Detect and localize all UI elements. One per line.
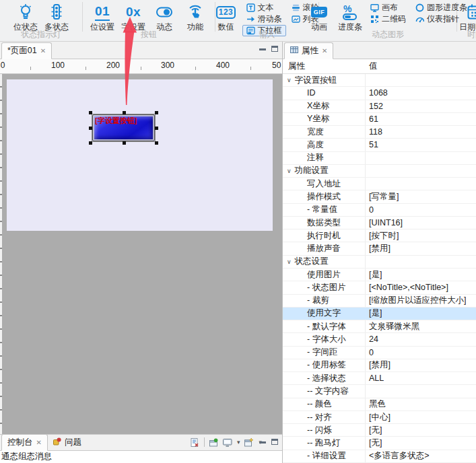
property-row[interactable]: -- 文字内容 xyxy=(283,385,476,398)
maximize-icon[interactable] xyxy=(271,439,278,445)
word-set-button-widget[interactable]: [字设置按钮] xyxy=(92,114,155,141)
resize-handle[interactable] xyxy=(89,127,92,130)
ruler-label: 200 xyxy=(106,61,120,70)
display-selected-console-icon[interactable] xyxy=(223,438,232,447)
ruler-tick xyxy=(86,67,86,70)
property-value: ALL xyxy=(365,373,384,383)
ruler-label: 100 xyxy=(51,61,65,70)
property-row[interactable]: 高度51 xyxy=(283,139,476,151)
column-header-value: 值 xyxy=(365,61,378,72)
tab-properties[interactable]: 属性 ✕ xyxy=(284,42,333,59)
property-row[interactable]: - 字体大小24 xyxy=(283,333,476,346)
property-row[interactable]: -- 颜色黑色 xyxy=(283,398,476,411)
property-row[interactable]: 使用图片[是] xyxy=(283,269,476,281)
toolbar-touch-button[interactable]: 功能 xyxy=(180,1,210,32)
console-toolbar: ▾ ▾ xyxy=(191,437,262,447)
pin-console-icon[interactable] xyxy=(209,438,218,447)
property-row[interactable]: 执行时机[按下时] xyxy=(283,229,476,242)
property-row[interactable]: ID1068 xyxy=(283,87,476,100)
clear-console-icon[interactable] xyxy=(191,438,199,447)
resize-handle[interactable] xyxy=(89,141,92,145)
close-icon[interactable]: ✕ xyxy=(322,48,327,55)
maximize-icon[interactable] xyxy=(271,46,278,52)
property-name: 写入地址 xyxy=(283,178,365,190)
toolbar-numeric-123-button[interactable]: 123数值 xyxy=(211,1,241,32)
resize-handle[interactable] xyxy=(155,111,158,114)
toolbar-qrcode-button[interactable]: 二维码 xyxy=(366,13,410,25)
toolbar-calendar-button[interactable]: 日期时间 xyxy=(457,1,476,32)
close-icon[interactable]: ✕ xyxy=(36,439,42,446)
ribbon-group-label: 输入 xyxy=(215,29,318,40)
svg-text:%: % xyxy=(343,3,352,14)
property-row[interactable]: 操作模式[写常量] xyxy=(283,190,476,203)
canvas-icon xyxy=(370,3,379,12)
toolbar-hex-0x-button[interactable]: 0x字设置 xyxy=(118,1,148,32)
toolbar-slider-button[interactable]: 滑动条 xyxy=(242,13,286,25)
property-name: -- 跑马灯 xyxy=(283,437,365,449)
property-name: 高度 xyxy=(283,139,365,151)
resize-handle[interactable] xyxy=(123,141,126,145)
minimize-icon[interactable] xyxy=(259,47,266,50)
property-row[interactable]: 使用文字[是] xyxy=(283,308,476,320)
property-row[interactable]: - 详细设置<多语言多状态> xyxy=(283,450,476,463)
resize-handle[interactable] xyxy=(89,111,92,114)
close-icon[interactable]: ✕ xyxy=(40,48,46,55)
gauge-icon xyxy=(415,15,424,24)
property-row[interactable]: - 选择状态ALL xyxy=(283,372,476,385)
binary-01-icon: 01 xyxy=(95,2,110,22)
minimize-icon[interactable] xyxy=(259,440,266,443)
ribbon-group: 01位设置0x字设置动态功能按钮 xyxy=(83,0,215,41)
property-row[interactable]: ∨状态设置 xyxy=(283,256,476,269)
property-row[interactable]: ∨字设置按钮 xyxy=(283,74,476,87)
resize-handle[interactable] xyxy=(123,111,126,114)
property-name: ID xyxy=(283,88,365,98)
property-row[interactable]: - 状态图片[<NoTitle>,<NoTitle>] xyxy=(283,281,476,294)
properties-tabbar: 属性 ✕ xyxy=(283,42,476,59)
toolbar-canvas-button[interactable]: 画布 xyxy=(366,2,410,13)
property-row[interactable]: -- 跑马灯[无] xyxy=(283,437,476,450)
toolbar-percent-button[interactable]: %进度条 xyxy=(335,1,365,32)
toolbar-button-label: 仪表指针 xyxy=(427,13,459,25)
property-row[interactable]: X坐标152 xyxy=(283,100,476,113)
property-value: 0 xyxy=(365,205,374,215)
property-name: -- 颜色 xyxy=(283,398,365,410)
hex-0x-icon: 0x xyxy=(126,2,141,22)
ruler-label: 0 xyxy=(1,61,5,70)
toolbar-binary-01-button[interactable]: 01位设置 xyxy=(88,1,117,32)
property-value: 0 xyxy=(365,348,374,357)
toolbar-gif-button[interactable]: GIF动画 xyxy=(304,1,334,32)
chevron-down-icon[interactable]: ▾ xyxy=(237,439,240,446)
property-row[interactable]: - 默认字体文泉驿微米黑 xyxy=(283,320,476,333)
property-row[interactable]: 数据类型[UINT16] xyxy=(283,217,476,229)
tab-console[interactable]: 控制台 ✕ xyxy=(1,434,48,451)
property-row[interactable]: 播放声音[禁用] xyxy=(283,242,476,255)
toolbar-lightbulb-button[interactable]: 位状态 xyxy=(11,1,40,32)
property-row[interactable]: - 常量值0 xyxy=(283,204,476,217)
property-row[interactable]: -- 闪烁[无] xyxy=(283,424,476,437)
property-row[interactable]: 宽度118 xyxy=(283,126,476,139)
traffic-light-icon xyxy=(48,2,65,22)
toolbar-separator xyxy=(204,437,205,447)
property-row[interactable]: - 使用标签[禁用] xyxy=(283,359,476,372)
page-design-surface[interactable]: [字设置按钮] xyxy=(7,79,273,231)
tab-page01[interactable]: *页面01 ✕ xyxy=(1,42,52,59)
property-row[interactable]: -- 对齐[中心] xyxy=(283,411,476,424)
resize-handle[interactable] xyxy=(155,141,158,145)
property-row[interactable]: ∨功能设置 xyxy=(283,165,476,178)
open-console-icon[interactable] xyxy=(244,438,254,447)
property-row[interactable]: 注释 xyxy=(283,152,476,165)
ribbon-group: 位状态多状态状态指示灯 xyxy=(0,0,82,41)
toolbar-toggle-button[interactable]: 动态 xyxy=(149,1,179,32)
selected-widget[interactable]: [字设置按钮] xyxy=(90,112,157,143)
property-row[interactable]: 写入地址 xyxy=(283,178,476,190)
resize-handle[interactable] xyxy=(155,127,158,130)
toolbar-text-button[interactable]: 文本 xyxy=(242,2,286,13)
toolbar-traffic-light-button[interactable]: 多状态 xyxy=(42,1,71,32)
tab-problems[interactable]: 问题 xyxy=(48,434,87,451)
property-row[interactable]: - 裁剪[缩放图片以适应控件大小] xyxy=(283,295,476,308)
property-value: [中心] xyxy=(365,412,390,423)
property-value: 61 xyxy=(365,114,378,124)
property-row[interactable]: Y坐标61 xyxy=(283,113,476,126)
property-value: 黑色 xyxy=(365,398,386,410)
property-row[interactable]: - 字间距0 xyxy=(283,347,476,359)
